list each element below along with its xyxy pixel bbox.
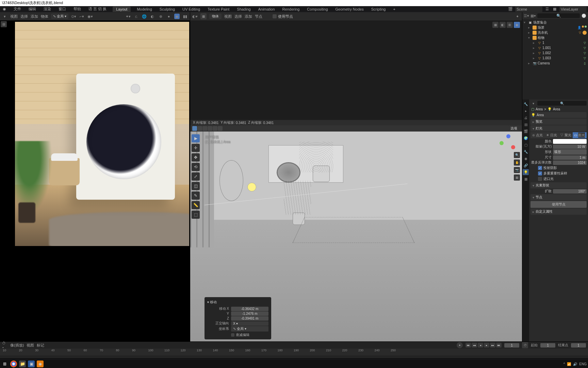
pause-icon[interactable]: ▮▮	[182, 14, 188, 19]
app-icon-1[interactable]: ▣	[28, 361, 35, 367]
nav-pan-icon[interactable]: ✋	[514, 159, 520, 166]
display-mode-strip[interactable]	[192, 126, 223, 131]
workspace-add[interactable]: +	[392, 6, 396, 12]
tool-annotate[interactable]: ✎	[192, 191, 200, 200]
chk-portal[interactable]: 进口光	[530, 176, 587, 182]
globe-icon[interactable]: 🌐	[142, 14, 147, 19]
overlap-icon[interactable]: ⎌	[133, 14, 139, 19]
workspace-compositing[interactable]: Compositing	[306, 6, 329, 12]
nav-zoom-icon[interactable]: 🔍	[514, 152, 520, 158]
menu-help[interactable]: 帮助	[72, 6, 82, 12]
ptab-data-light[interactable]: 💡	[523, 169, 529, 175]
workspace-modeling[interactable]: Modeling	[135, 6, 153, 12]
workspace-rendering[interactable]: Rendering	[281, 6, 301, 12]
scene-selector[interactable]: Scene	[515, 6, 542, 12]
props-search[interactable]: 🔍	[537, 101, 587, 106]
gizmo-x[interactable]	[511, 145, 515, 149]
menu-render[interactable]: 渲染	[42, 6, 52, 12]
workspace-sculpting[interactable]: Sculpting	[158, 6, 176, 12]
tl-view[interactable]: 视图	[27, 343, 34, 348]
start-icon[interactable]: ⊞	[1, 361, 8, 367]
hdr-select[interactable]: 选择	[20, 14, 28, 19]
workspace-texpaint[interactable]: Texture Paint	[206, 6, 231, 12]
shading-solid-icon[interactable]: ●	[166, 14, 172, 19]
workspace-geonodes[interactable]: Geometry Nodes	[334, 6, 365, 12]
node-node[interactable]: 节点	[255, 14, 262, 19]
hdr-view[interactable]: 视图	[10, 14, 18, 19]
tool-measure[interactable]: 📏	[192, 201, 200, 209]
menu-lang[interactable]: 语 言 切 换	[87, 6, 108, 12]
coord-select[interactable]: ⤡ 全局 ▾	[231, 326, 268, 332]
timeline-type-icon[interactable]: ⏱▾	[2, 342, 7, 348]
panel-light[interactable]: ▾灯光	[530, 125, 587, 132]
hdr-add[interactable]: 添加	[31, 14, 38, 19]
chrome-icon[interactable]	[10, 361, 17, 367]
gizmo-z[interactable]	[506, 134, 510, 138]
use-nodes-button[interactable]: 使用节点	[530, 201, 587, 208]
chk-cast-shadow[interactable]: ✓投射阴影	[530, 165, 587, 171]
shading-flat-icon[interactable]: ◐	[150, 14, 155, 19]
light-shape-select[interactable]: 碟形	[553, 149, 587, 155]
operator-panel[interactable]: ▾ 移动 移动 X-0.36432 m Y-1.2476 m Z-0.39491…	[205, 297, 271, 339]
vp-options[interactable]: 选项	[508, 126, 520, 131]
tray-volume-icon[interactable]: 🔊	[573, 362, 577, 366]
explorer-icon[interactable]: 📁	[19, 361, 26, 367]
tool-select[interactable]: ▶	[192, 134, 200, 142]
light-bounces-field[interactable]: 1024	[553, 160, 587, 165]
ptab-output[interactable]: 🖨	[523, 114, 529, 121]
current-frame-field[interactable]: 1	[504, 343, 519, 348]
light-type-tabs[interactable]: ⊙ 点光 ☀ 日光 ▽ 聚光 ▭ 面光	[530, 132, 587, 138]
light-size-field[interactable]: 1 m	[553, 155, 587, 160]
axis-select[interactable]: X ▾	[231, 321, 268, 326]
node-overlay-1[interactable]: ▦	[492, 22, 499, 28]
panel-custom-props[interactable]: ▸自定义属性	[530, 209, 587, 215]
outliner-tree[interactable]: ▾▣场景集合 ▸场景👤 ▸洗衣机▽ ▾植物 ▸▽1▽ ▸▽1.001▽ ▸▽1.…	[522, 19, 588, 99]
node-editor-type-icon[interactable]: ◐▾	[192, 14, 198, 19]
node-overlay-3[interactable]: ⊞	[507, 22, 513, 28]
use-nodes-checkbox[interactable]: 使用节点	[265, 14, 293, 19]
panel-nodes[interactable]: ▾节点	[530, 194, 587, 200]
timeline-ruler[interactable]: 1020304050607080901001101201301401501601…	[0, 349, 588, 355]
shading-render-icon[interactable]: ◉	[174, 14, 180, 19]
node-mode-dropdown[interactable]: 物体	[209, 14, 222, 19]
pin-icon[interactable]: ✦	[514, 14, 520, 19]
tray-wifi-icon[interactable]: 📶	[567, 362, 571, 366]
ptab-viewlayer[interactable]: ▤	[523, 121, 529, 127]
end-frame-field[interactable]: 1	[571, 343, 586, 348]
tl-playback[interactable]: 像(插放)	[10, 343, 24, 348]
render-viewport[interactable]: 选项 ▤	[0, 20, 190, 341]
tray-up-icon[interactable]: ^	[564, 362, 565, 366]
ptab-tool[interactable]: 🔧	[523, 101, 529, 107]
gizmo-y[interactable]	[500, 141, 504, 145]
blender-taskbar-icon[interactable]: ◉	[37, 361, 44, 367]
jump-end-icon[interactable]: ⏭	[496, 343, 502, 348]
workspace-animation[interactable]: Animation	[257, 6, 276, 12]
move-x-field[interactable]: -0.36432 m	[231, 307, 268, 311]
start-frame-field[interactable]: 1	[540, 343, 555, 348]
ptab-render[interactable]: ▸	[523, 108, 529, 114]
play-rev-icon[interactable]: ◂	[478, 343, 483, 348]
panel-beam-shape[interactable]: ▾光束形状	[530, 182, 587, 188]
workspace-scripting[interactable]: Scripting	[370, 6, 387, 12]
tray-lang[interactable]: ENG	[579, 362, 587, 366]
menu-window[interactable]: 窗口	[57, 6, 67, 12]
pivot-icon[interactable]: ⊙▾	[71, 14, 77, 19]
light-color-swatch[interactable]	[553, 139, 587, 144]
node-mode-icon[interactable]: ▦	[200, 13, 207, 19]
area-light-gizmo[interactable]	[247, 183, 256, 191]
ptab-object[interactable]: ▢	[523, 142, 529, 148]
tool-addcube[interactable]: ⬚	[192, 211, 200, 219]
3d-viewport[interactable]: 用户透视 (1) 洗衣机 | Area ▶ ✛ ✥ ⟲ ⤢ ◫ ✎ 📏 ⬚	[190, 132, 522, 341]
props-breadcrumb[interactable]: ▢Area > 💡Area	[530, 106, 587, 112]
nav-camera-icon[interactable]: 📷	[514, 167, 520, 173]
workspace-shading[interactable]: Shading	[235, 6, 252, 12]
proportional-edit-check[interactable]: 衰减编辑	[207, 332, 268, 337]
tool-move[interactable]: ✥	[192, 153, 200, 162]
keyframe-prev-icon[interactable]: ◂◂	[472, 343, 477, 348]
ptab-scene[interactable]: 🎬	[523, 128, 529, 134]
autokey-icon[interactable]: ●	[457, 342, 463, 348]
outliner-type-icon[interactable]: ☰▾	[524, 13, 529, 18]
node-overlay-2[interactable]: ◧	[500, 22, 506, 28]
menu-edit[interactable]: 编辑	[27, 6, 37, 12]
ptab-texture[interactable]: ▦	[523, 176, 529, 182]
